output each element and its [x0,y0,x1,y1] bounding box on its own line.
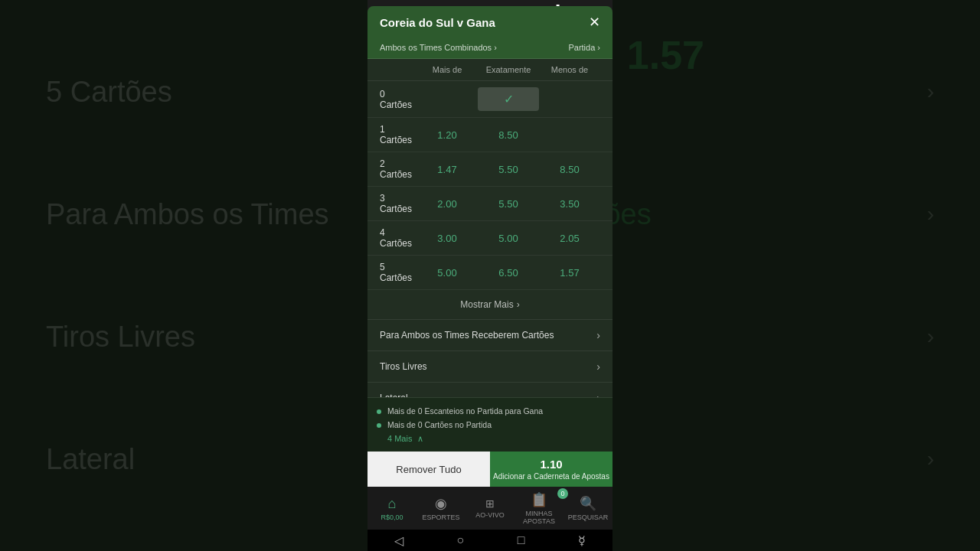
bet-selected-indicator: ✓ [478,87,539,111]
bet-cell-2-mais[interactable]: 1.47 [416,162,478,176]
pesquisar-icon: 🔍 [580,495,596,512]
bet-dot-2 [377,423,381,428]
bet-actions: Remover Tudo 1.10 Adicionar a Caderneta … [368,452,612,487]
bet-value[interactable]: 2.05 [555,230,583,247]
add-label-text: Adicionar a Caderneta de Apostas [493,471,609,481]
section-header-lateral[interactable]: Lateral › [368,383,612,397]
col-header-mais: Mais de [416,65,478,74]
bet-cell-5-mais[interactable]: 5.00 [416,266,478,279]
nav-label-pesquisar: PESQUISAR [568,514,609,521]
nav-item-ao-vivo[interactable]: ⊞ AO-VIVO [466,497,514,519]
android-back-button[interactable]: ◁ [394,533,403,548]
bet-cell-1-mais[interactable]: 1.20 [416,128,478,142]
android-recents-button[interactable]: □ [518,533,525,547]
bet-cell-4-menos[interactable]: 2.05 [539,231,600,245]
bet-summary-text-2: Mais de 0 Cartões no Partida [387,419,492,431]
android-nav-bar: ◁ ○ □ ☿ [368,530,612,551]
bet-summary-item-2: Mais de 0 Cartões no Partida [377,419,603,431]
bet-summary: Mais de 0 Escanteios no Partida para Gan… [368,397,612,452]
bet-cell-3-exatamente[interactable]: 5.50 [478,197,539,210]
bet-value[interactable]: 5.00 [494,230,522,247]
modal-dialog: Coreia do Sul v Gana ✕ Ambos os Times Co… [368,6,612,551]
modal-header: Coreia do Sul v Gana ✕ [368,6,612,38]
bet-summary-more[interactable]: 4 Mais ∧ [387,434,603,444]
bet-value[interactable]: 5.50 [494,195,522,213]
table-row: 3 Cartões 2.00 5.50 3.50 [368,187,612,221]
show-more-button[interactable]: Mostrar Mais › [368,290,612,320]
add-to-betslip-button[interactable]: 1.10 Adicionar a Caderneta de Apostas [490,452,612,487]
nav-label-home: R$0,00 [381,514,403,521]
modal-sub-header: Ambos os Times Combinados › Partida › [368,38,612,59]
col-header-exatamente: Exatamente [478,65,539,74]
phone-frame: ⊙ ⊙ 👁 ▾ ▐ 83% 23:10 Coreia do Sul v Gana… [368,0,612,551]
bet-label-5: 5 Cartões [380,262,416,283]
nav-item-home[interactable]: ⌂ R$0,00 [368,496,416,521]
bet-summary-text-1: Mais de 0 Escanteios no Partida para Gan… [387,406,543,417]
table-row: 5 Cartões 5.00 6.50 1.57 [368,256,612,290]
bet-cell-4-exatamente[interactable]: 5.00 [478,231,539,245]
modal-close-button[interactable]: ✕ [589,15,600,29]
bet-label-4: 4 Cartões [380,227,416,249]
bet-cell-3-mais[interactable]: 2.00 [416,197,478,210]
bet-cell-0-exatamente[interactable]: ✓ [478,87,539,111]
apostas-badge: 0 [557,488,568,499]
section-label-ambos-cartoes: Para Ambos os Times Receberem Cartões [380,330,554,341]
col-header-menos: Menos de [539,65,600,74]
android-accessibility-button[interactable]: ☿ [578,533,586,548]
bet-value[interactable]: 1.57 [555,264,583,282]
bet-cell-2-menos[interactable]: 8.50 [539,162,600,176]
bet-cell-2-exatamente[interactable]: 5.50 [478,162,539,176]
remove-all-button[interactable]: Remover Tudo [368,452,490,487]
table-row: 2 Cartões 1.47 5.50 8.50 [368,152,612,187]
bet-cell-4-mais[interactable]: 3.00 [416,231,478,245]
bet-label-3: 3 Cartões [380,193,416,214]
esportes-icon: ◉ [435,495,447,512]
nav-item-pesquisar[interactable]: 🔍 PESQUISAR [564,495,612,521]
nav-label-esportes: ESPORTES [423,514,460,521]
section-chevron-tiros-livres: › [596,360,600,373]
bet-value[interactable]: 1.47 [433,161,461,178]
table-row: 1 Cartões 1.20 8.50 [368,118,612,152]
ao-vivo-icon: ⊞ [485,497,495,510]
bet-label-2: 2 Cartões [380,158,416,180]
table-row: 4 Cartões 3.00 5.00 2.05 [368,221,612,256]
section-chevron-lateral: › [596,392,600,397]
bet-cell-3-menos[interactable]: 3.50 [539,197,600,210]
bet-value[interactable]: 5.50 [494,161,522,178]
android-home-button[interactable]: ○ [456,533,464,547]
bet-dot-1 [377,409,381,414]
bet-cell-5-exatamente[interactable]: 6.50 [478,266,539,279]
bet-summary-more-label: 4 Mais [387,434,412,443]
nav-item-minhas-apostas[interactable]: 📋 0 MINHAS APOSTAS [514,491,564,525]
bet-value[interactable]: 2.00 [433,195,461,213]
nav-label-minhas-apostas: MINHAS APOSTAS [514,510,564,525]
bet-value[interactable]: 3.00 [433,230,461,247]
bet-cell-5-menos[interactable]: 1.57 [539,266,600,279]
bet-value[interactable]: 1.20 [433,126,461,144]
bet-value[interactable]: 8.50 [555,161,583,178]
home-icon: ⌂ [388,496,397,512]
bet-summary-collapse-icon: ∧ [417,434,423,443]
col-header-label [380,65,416,74]
sub-header-tab-combined[interactable]: Ambos os Times Combinados › [380,43,497,52]
bet-label-1: 1 Cartões [380,124,416,145]
bet-value[interactable]: 6.50 [494,264,522,282]
show-more-label: Mostrar Mais [460,299,513,310]
add-odds-value: 1.10 [540,457,562,472]
minhas-apostas-icon: 📋 [531,491,547,508]
bet-value[interactable]: 3.50 [555,195,583,213]
bet-cell-1-exatamente[interactable]: 8.50 [478,128,539,142]
section-label-tiros-livres: Tiros Livres [380,361,427,372]
section-header-ambos-cartoes[interactable]: Para Ambos os Times Receberem Cartões › [368,320,612,351]
bet-summary-item-1: Mais de 0 Escanteios no Partida para Gan… [377,406,603,417]
bet-label-0: 0 Cartões [380,89,416,110]
checkmark-icon: ✓ [504,92,514,106]
show-more-chevron-icon: › [517,299,520,310]
nav-item-esportes[interactable]: ◉ ESPORTES [416,495,466,521]
bet-value[interactable]: 5.00 [433,264,461,282]
bottom-nav: ⌂ R$0,00 ◉ ESPORTES ⊞ AO-VIVO 📋 0 MINHAS… [368,487,612,530]
bet-value[interactable]: 8.50 [494,126,522,144]
section-header-tiros-livres[interactable]: Tiros Livres › [368,351,612,383]
sub-header-tab-partida[interactable]: Partida › [568,43,600,52]
modal-body: Mais de Exatamente Menos de 0 Cartões ✓ … [368,59,612,397]
